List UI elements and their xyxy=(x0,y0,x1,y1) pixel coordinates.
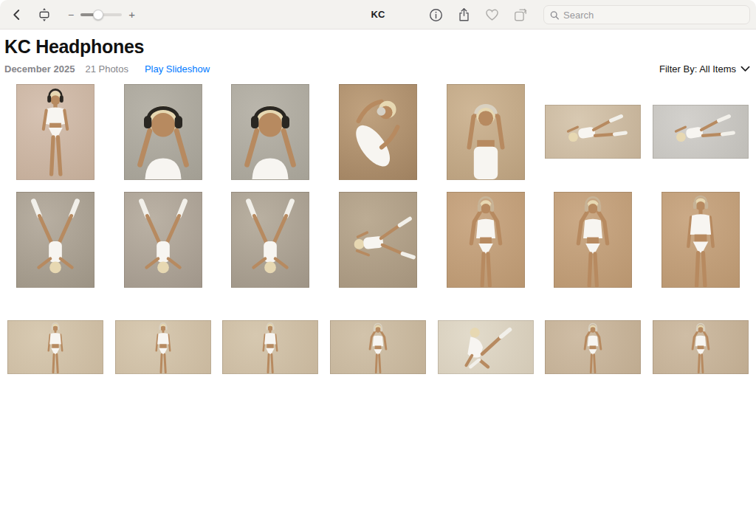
photo-thumbnail-standing-hand-on-hip[interactable] xyxy=(7,320,103,374)
photo-cell xyxy=(216,192,324,288)
photo-thumbnail-standing-hands-on-headphones[interactable] xyxy=(653,320,749,374)
filter-by-dropdown[interactable]: Filter By: All Items xyxy=(659,63,750,75)
photo-thumbnail-standing-full-black-headphones[interactable] xyxy=(16,84,94,180)
photo-thumbnail-standing-hand-to-headphone[interactable] xyxy=(330,320,426,374)
info-circle-icon xyxy=(429,8,443,22)
chevron-left-icon xyxy=(10,8,24,21)
photo-thumbnail-lounging-couch-silver-headphones[interactable] xyxy=(339,84,417,180)
favorite-button[interactable] xyxy=(484,7,501,23)
info-button[interactable] xyxy=(427,7,444,24)
zoom-slider-thumb[interactable] xyxy=(93,10,103,20)
photo-grid xyxy=(0,84,756,395)
chevron-down-icon xyxy=(740,66,750,72)
photo-thumbnail-aerial-v-pose-arm-out[interactable] xyxy=(231,192,309,288)
photo-cell xyxy=(540,300,647,395)
search-field[interactable] xyxy=(543,5,750,24)
zoom-in-button[interactable]: + xyxy=(128,9,135,20)
photo-thumbnail-floor-lying-legs-raised[interactable] xyxy=(545,105,641,159)
zoom-slider-track[interactable] xyxy=(80,13,122,16)
photo-cell xyxy=(216,300,324,395)
share-up-arrow-icon xyxy=(457,7,471,22)
toolbar: − + KC xyxy=(0,0,756,30)
photo-cell xyxy=(647,192,755,288)
photo-thumbnail-aerial-v-pose-white-socks[interactable] xyxy=(16,192,94,288)
photo-thumbnail-standing-hand-to-headphone-tan[interactable] xyxy=(554,192,632,288)
share-button[interactable] xyxy=(456,6,472,24)
photo-cell xyxy=(540,84,647,180)
back-button[interactable] xyxy=(9,7,25,23)
photo-cell xyxy=(216,84,324,180)
photo-thumbnail-floor-lying-legs-spread[interactable] xyxy=(653,105,749,159)
photo-thumbnail-standing-back-view[interactable] xyxy=(222,320,318,374)
photo-cell xyxy=(109,300,217,395)
album-header: KC Headphones December 2025 21 Photos Pl… xyxy=(0,30,756,75)
photo-thumbnail-lying-closeup-black-headphones[interactable] xyxy=(231,84,309,180)
album-title: KC Headphones xyxy=(4,36,750,58)
toolbar-left-group: − + xyxy=(0,5,135,24)
photo-cell xyxy=(1,300,109,395)
photo-cell xyxy=(432,300,540,395)
album-photo-count: 21 Photos xyxy=(85,63,128,75)
photo-cell xyxy=(324,192,432,288)
zoom-out-button[interactable]: − xyxy=(68,10,74,20)
search-icon xyxy=(550,10,559,20)
photo-cell xyxy=(109,192,217,288)
photo-thumbnail-standing-hands-on-headphones[interactable] xyxy=(545,320,641,374)
photo-cell xyxy=(1,192,109,288)
photo-thumbnail-standing-arms-down-tan[interactable] xyxy=(662,192,740,288)
photo-thumbnail-standing-hands-on-headphones-tan[interactable] xyxy=(447,192,525,288)
photo-cell xyxy=(109,84,217,180)
rotate-button[interactable] xyxy=(512,6,529,24)
heart-outline-icon xyxy=(485,8,499,21)
photos-app-window: − + KC xyxy=(0,0,756,532)
photo-cell xyxy=(432,84,540,180)
photo-cell xyxy=(432,192,540,288)
album-date: December 2025 xyxy=(4,63,75,75)
photo-thumbnail-lying-pillow-cream-headphones[interactable] xyxy=(447,84,525,180)
search-input[interactable] xyxy=(563,10,743,21)
photo-thumbnail-aerial-v-pose-white-socks[interactable] xyxy=(124,192,202,288)
photo-cell xyxy=(540,192,647,288)
photo-thumbnail-aerial-lying-sideways[interactable] xyxy=(339,192,417,288)
photo-cell xyxy=(1,84,109,180)
filter-by-label: Filter By: All Items xyxy=(659,63,736,75)
thumbnail-aspect-toggle-button[interactable] xyxy=(35,5,53,24)
photo-thumbnail-kneeling-leg-extended[interactable] xyxy=(438,320,534,374)
toolbar-right-group xyxy=(427,0,750,30)
album-meta-row: December 2025 21 Photos Play Slideshow F… xyxy=(4,63,750,75)
thumbnail-zoom-slider: − + xyxy=(68,9,135,20)
play-slideshow-link[interactable]: Play Slideshow xyxy=(145,63,210,75)
photo-cell xyxy=(324,84,432,180)
photo-thumbnail-standing-hands-on-hips[interactable] xyxy=(115,320,211,374)
rotate-square-icon xyxy=(513,7,528,22)
photo-thumbnail-lying-closeup-black-headphones[interactable] xyxy=(124,84,202,180)
photo-cell xyxy=(647,300,755,395)
photo-cell xyxy=(324,300,432,395)
thumbnail-aspect-icon xyxy=(37,7,52,23)
photo-cell xyxy=(647,84,755,180)
